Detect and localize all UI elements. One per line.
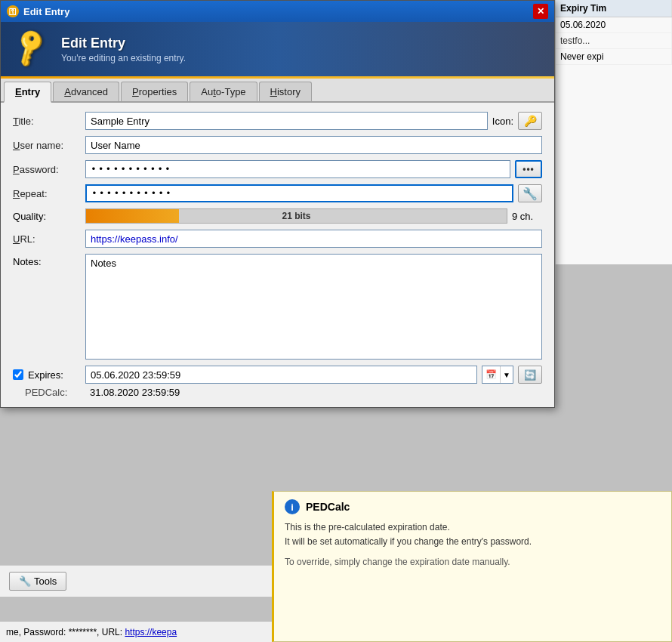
bg-cell-label: testfo... (556, 33, 672, 48)
url-label: URL: (13, 233, 81, 245)
password-row: Password: ••• (13, 160, 542, 178)
tools-icon: 🔧 (19, 576, 31, 587)
tab-advanced-label: dvanced (71, 86, 108, 97)
quality-bar: 21 bits (85, 208, 507, 224)
username-input[interactable] (85, 136, 542, 154)
expires-combo-icon: 📅 (482, 369, 500, 380)
tab-properties[interactable]: Properties (121, 82, 188, 101)
tab-auto-label: Au (201, 86, 213, 97)
tab-properties-label: roperties (139, 86, 177, 97)
tools-label: Tools (34, 576, 57, 587)
expires-label: Expires: (28, 369, 81, 381)
title-bar-left: ⚿ Edit Entry (7, 5, 69, 17)
tab-history-underline: H (270, 86, 277, 97)
quality-row: Quality: 21 bits 9 ch. (13, 208, 542, 224)
icon-area: Icon: 🔑 (492, 112, 542, 130)
status-text: me, Password: ********, URL: https://kee… (6, 627, 177, 637)
notes-label: Notes: (13, 254, 81, 267)
info-line2: It will be set automatically if you chan… (285, 535, 661, 549)
info-line1: This is the pre-calculated expiration da… (285, 520, 661, 535)
header-title: Edit Entry (61, 35, 186, 51)
edit-entry-dialog: ⚿ Edit Entry ✕ 🔑 Edit Entry You're editi… (0, 0, 555, 408)
bg-col-header: Expiry Tim (556, 0, 672, 17)
title-label: Title: (13, 116, 81, 127)
bg-cell-never: Never expi (556, 49, 672, 64)
tools-button[interactable]: 🔧 Tools (9, 572, 66, 591)
repeat-label: Repeat: (13, 188, 81, 199)
bg-cell-date: 05.06.2020 (556, 17, 672, 32)
repeat-input[interactable] (85, 184, 513, 202)
tab-auto-label2: o-Type (216, 86, 246, 97)
info-body: This is the pre-calculated expiration da… (285, 520, 661, 549)
info-note: To override, simply change the expiratio… (285, 557, 661, 567)
title-bar: ⚿ Edit Entry ✕ (1, 1, 554, 22)
tab-bar: Entry Advanced Properties Auto-Type Hist… (1, 79, 554, 103)
close-button[interactable]: ✕ (533, 4, 548, 19)
app-icon: ⚿ (7, 5, 19, 17)
pedcalc-button[interactable]: 🔄 (518, 366, 542, 384)
form-content: Title: Icon: 🔑 User name: Password: ••• (1, 103, 554, 407)
password-input[interactable] (85, 160, 510, 178)
expires-checkbox[interactable] (13, 369, 23, 380)
tab-history-label: istory (277, 86, 301, 97)
header-icon-area: 🔑 (13, 31, 49, 67)
background-table: Expiry Tim 05.06.2020 testfo... Never ex… (555, 0, 672, 264)
quality-label: Quality: (13, 211, 81, 222)
header-subtitle: You're editing an existing entry. (61, 53, 186, 63)
notes-textarea[interactable]: Notes (85, 254, 542, 360)
window-title: Edit Entry (23, 6, 69, 17)
info-panel: i PEDCalc This is the pre-calculated exp… (272, 491, 672, 642)
dialog-header: 🔑 Edit Entry You're editing an existing … (1, 22, 554, 76)
icon-button[interactable]: 🔑 (518, 112, 542, 130)
notes-row: Notes: Notes (13, 254, 542, 360)
tab-advanced-underline: A (64, 86, 71, 97)
expires-date-input[interactable] (85, 366, 477, 384)
expires-combo-arrow[interactable]: ▼ (500, 366, 513, 383)
status-url-link[interactable]: https://keepa (125, 627, 177, 637)
tab-advanced[interactable]: Advanced (53, 82, 119, 101)
header-text: Edit Entry You're editing an existing en… (61, 35, 186, 63)
title-input[interactable] (85, 112, 488, 130)
info-icon: i (285, 499, 300, 514)
tab-properties-underline: P (132, 86, 139, 97)
tab-entry-underline: E (15, 86, 22, 97)
title-row: Title: Icon: 🔑 (13, 112, 542, 130)
pedcalc-row: PEDCalc: 31.08.2020 23:59:59 (25, 387, 542, 398)
repeat-row: Repeat: 🔧 (13, 184, 542, 202)
quality-chars-text: 9 ch. (512, 211, 542, 222)
password-label: Password: (13, 164, 81, 175)
quality-bits-text: 21 bits (86, 211, 507, 221)
url-input[interactable] (85, 230, 542, 248)
username-label: User name: (13, 140, 81, 151)
generate-password-button[interactable]: 🔧 (518, 184, 542, 202)
expires-row: Expires: 📅 ▼ 🔄 (13, 366, 542, 384)
tab-entry-label: ntry (22, 86, 41, 97)
key-icon: 🔑 (8, 24, 55, 69)
tools-area: 🔧 Tools (0, 565, 272, 597)
url-row: URL: (13, 230, 542, 248)
status-bar: me, Password: ********, URL: https://kee… (0, 621, 272, 642)
tab-auto-type[interactable]: Auto-Type (190, 82, 257, 101)
pedcalc-date: 31.08.2020 23:59:59 (90, 387, 180, 398)
expires-combo[interactable]: 📅 ▼ (482, 366, 513, 384)
show-password-button[interactable]: ••• (515, 160, 542, 178)
info-title: PEDCalc (306, 501, 350, 513)
icon-label: Icon: (492, 116, 513, 127)
info-header: i PEDCalc (285, 499, 661, 514)
tab-history[interactable]: History (259, 82, 312, 101)
pedcalc-label: PEDCalc: (25, 387, 85, 398)
tab-entry[interactable]: Entry (4, 82, 51, 103)
username-row: User name: (13, 136, 542, 154)
